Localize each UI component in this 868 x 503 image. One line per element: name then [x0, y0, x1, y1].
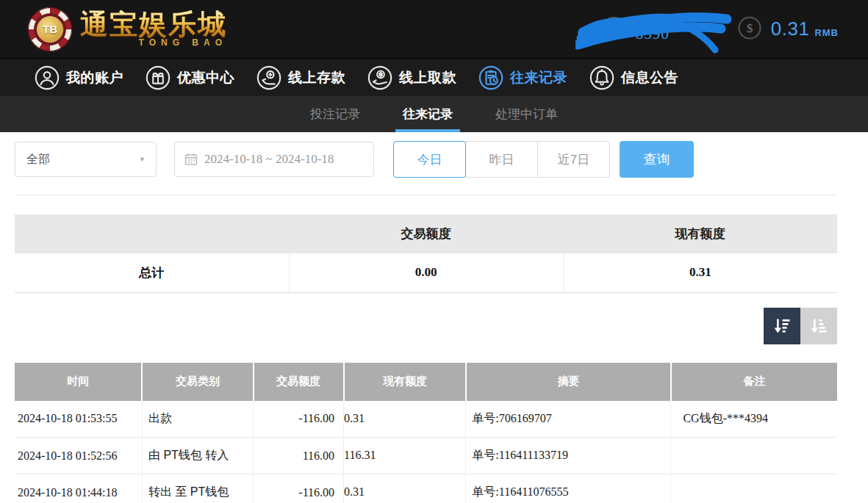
content: 全部 ▼ 2024-10-18 ~ 2024-10-18 [15, 141, 837, 503]
nav-item-label: 信息公告 [621, 68, 678, 87]
quick-date-button-3[interactable]: 近7日 [537, 141, 610, 178]
table-header-row: 时间交易类别交易额度现有额度摘要备注 [15, 363, 837, 401]
poker-chip-inner-ring: TB [34, 13, 66, 46]
cell-balance: 0.31 [344, 474, 466, 503]
nav-item-label: 线上存款 [288, 68, 345, 87]
nav-item-label: 我的账户 [66, 68, 123, 87]
cell-type: 由 PT钱包 转入 [142, 438, 253, 474]
gift-icon [146, 65, 171, 90]
column-header: 交易额度 [254, 363, 344, 401]
withdraw-icon [367, 65, 392, 90]
column-header: 现有额度 [344, 363, 467, 401]
nav-item-3[interactable]: 线上存款 [257, 65, 345, 90]
brand-title: 通宝娱乐城 [80, 10, 227, 40]
bell-icon [589, 65, 614, 90]
cell-balance: 116.31 [344, 438, 466, 474]
poker-chip-logo-icon: TB [28, 7, 72, 51]
balance: $ 0.31 RMB [737, 15, 839, 43]
cell-type: 出款 [142, 401, 253, 438]
cell-time: 2024-10-18 01:53:55 [15, 401, 142, 438]
cell-summary: 单号:116411133719 [466, 438, 671, 474]
main-nav: 我的账户优惠中心线上存款线上取款往来记录信息公告 [0, 59, 868, 96]
cell-type: 转出 至 PT钱包 [142, 474, 253, 503]
subtab-3[interactable]: 处理中订单 [491, 96, 562, 132]
filter-row: 全部 ▼ 2024-10-18 ~ 2024-10-18 [15, 141, 837, 178]
calendar-icon [184, 153, 198, 166]
cell-summary: 单号:706169707 [466, 401, 671, 438]
column-header: 时间 [15, 363, 142, 401]
deposit-icon [257, 65, 281, 90]
summary-total-label: 总计 [15, 253, 289, 292]
column-header: 交易类别 [142, 363, 253, 401]
balance-amount: 0.31 [771, 18, 810, 40]
page: TB 通宝娱乐城 TONG BAO 8590 [0, 0, 868, 503]
svg-text:$: $ [747, 21, 753, 35]
poker-chip-monogram: TB [37, 16, 63, 43]
cell-summary: 单号:116411076555 [466, 474, 671, 503]
brand-logo[interactable]: TB 通宝娱乐城 TONG BAO [28, 7, 227, 51]
sort-ascending-icon [808, 316, 829, 336]
column-header: 摘要 [466, 363, 671, 401]
chevron-down-icon: ▼ [139, 156, 146, 163]
nav-item-label: 往来记录 [510, 68, 567, 87]
column-header: 备注 [671, 363, 837, 401]
nav-item-2[interactable]: 优惠中心 [146, 65, 234, 90]
sort-toolbar [15, 308, 837, 344]
user-account[interactable]: 8590 [602, 6, 670, 53]
brand-text: 通宝娱乐城 TONG BAO [80, 10, 227, 48]
summary-total-row: 总计 0.00 0.31 [15, 253, 837, 292]
cell-amount: -116.00 [254, 401, 344, 438]
user-icon [35, 65, 60, 90]
summary-transaction-amount: 0.00 [289, 253, 563, 292]
balance-currency: RMB [814, 21, 839, 38]
nav-item-5[interactable]: 往来记录 [478, 65, 567, 90]
sort-descending-button[interactable] [764, 308, 800, 344]
table-row: 2024-10-18 01:53:55出款-116.000.31单号:70616… [15, 401, 837, 438]
cell-time: 2024-10-18 01:52:56 [15, 438, 142, 474]
sort-descending-icon [772, 316, 792, 336]
quick-date-buttons: 今日昨日近7日 [393, 141, 610, 178]
nav-item-1[interactable]: 我的账户 [35, 65, 123, 90]
records-icon [478, 65, 503, 90]
summary-table: 交易额度 现有额度 总计 0.00 0.31 [15, 214, 837, 293]
cell-amount: -116.00 [254, 474, 344, 503]
type-select[interactable]: 全部 ▼ [15, 142, 157, 177]
topbar-right: 8590 $ 0.31 RMB [602, 6, 839, 53]
table-row: 2024-10-18 01:44:18转出 至 PT钱包-116.000.31单… [15, 474, 837, 503]
cell-remark [671, 474, 837, 503]
subtab-1[interactable]: 投注记录 [306, 96, 365, 132]
type-select-value: 全部 [26, 152, 50, 167]
topbar: TB 通宝娱乐城 TONG BAO 8590 [0, 0, 868, 59]
cell-time: 2024-10-18 01:44:18 [15, 474, 142, 503]
subtabs: 投注记录往来记录处理中订单 [0, 96, 868, 132]
cell-remark: CG钱包-***4394 [671, 401, 837, 438]
quick-date-button-1[interactable]: 今日 [393, 141, 466, 178]
nav-item-6[interactable]: 信息公告 [589, 65, 678, 90]
nav-item-label: 线上取款 [399, 68, 456, 87]
username: 8590 [636, 15, 670, 43]
summary-current-amount: 0.31 [563, 253, 837, 292]
summary-header-current: 现有额度 [563, 214, 837, 253]
subtab-2[interactable]: 往来记录 [398, 96, 457, 132]
divider [15, 195, 837, 195]
date-range-value: 2024-10-18 ~ 2024-10-18 [204, 152, 334, 167]
cell-remark [671, 438, 837, 474]
user-circle-icon [602, 16, 625, 43]
summary-header-row: 交易额度 现有额度 [15, 214, 837, 253]
summary-header-blank [15, 214, 289, 253]
nav-item-label: 优惠中心 [177, 68, 234, 87]
sort-ascending-button[interactable] [800, 308, 837, 344]
table-row: 2024-10-18 01:52:56由 PT钱包 转入116.00116.31… [15, 438, 837, 474]
summary-header-transaction: 交易额度 [289, 214, 563, 253]
records-table: 时间交易类别交易额度现有额度摘要备注 2024-10-18 01:53:55出款… [15, 363, 837, 503]
nav-item-4[interactable]: 线上取款 [367, 65, 456, 90]
cell-amount: 116.00 [254, 438, 344, 474]
cell-balance: 0.31 [344, 401, 466, 438]
quick-date-button-2[interactable]: 昨日 [465, 141, 538, 178]
date-range-picker[interactable]: 2024-10-18 ~ 2024-10-18 [174, 142, 374, 177]
dollar-circle-icon: $ [737, 15, 762, 43]
search-button[interactable]: 查询 [620, 141, 694, 178]
